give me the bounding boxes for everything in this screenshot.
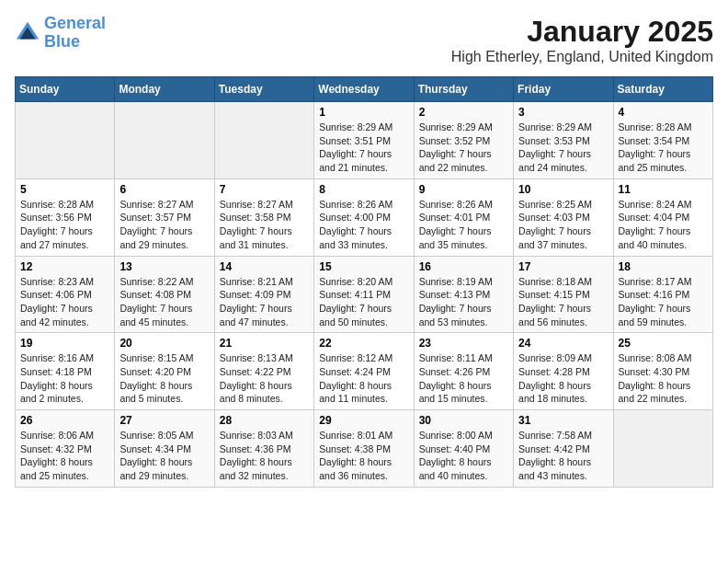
day-info: Sunrise: 8:27 AMSunset: 3:57 PMDaylight:… <box>119 198 209 252</box>
day-number: 10 <box>518 183 608 196</box>
day-number: 4 <box>619 106 708 119</box>
calendar-cell <box>613 410 712 488</box>
day-number: 7 <box>220 183 309 196</box>
calendar-cell: 29Sunrise: 8:01 AMSunset: 4:38 PMDayligh… <box>314 410 414 488</box>
day-info: Sunrise: 8:21 AMSunset: 4:09 PMDaylight:… <box>220 275 309 329</box>
calendar-cell: 18Sunrise: 8:17 AMSunset: 4:16 PMDayligh… <box>613 256 712 333</box>
calendar-week-5: 26Sunrise: 8:06 AMSunset: 4:32 PMDayligh… <box>16 410 713 488</box>
day-info: Sunrise: 8:26 AMSunset: 4:00 PMDaylight:… <box>319 198 408 252</box>
day-info: Sunrise: 8:11 AMSunset: 4:26 PMDaylight:… <box>419 351 508 406</box>
day-info: Sunrise: 8:17 AMSunset: 4:16 PMDaylight:… <box>619 275 708 329</box>
day-number: 27 <box>119 414 209 427</box>
calendar-header-row: SundayMondayTuesdayWednesdayThursdayFrid… <box>16 77 713 102</box>
day-info: Sunrise: 8:08 AMSunset: 4:30 PMDaylight:… <box>619 351 708 406</box>
day-info: Sunrise: 8:27 AMSunset: 3:58 PMDaylight:… <box>220 198 309 252</box>
calendar-cell: 5Sunrise: 8:28 AMSunset: 3:56 PMDaylight… <box>16 178 115 256</box>
day-info: Sunrise: 8:19 AMSunset: 4:13 PMDaylight:… <box>419 275 508 329</box>
day-info: Sunrise: 8:00 AMSunset: 4:40 PMDaylight:… <box>419 429 508 483</box>
calendar-header-friday: Friday <box>514 77 613 102</box>
day-info: Sunrise: 8:24 AMSunset: 4:04 PMDaylight:… <box>619 198 708 252</box>
day-info: Sunrise: 8:01 AMSunset: 4:38 PMDaylight:… <box>319 429 408 483</box>
calendar-cell: 23Sunrise: 8:11 AMSunset: 4:26 PMDayligh… <box>414 333 513 410</box>
day-number: 9 <box>419 183 508 196</box>
calendar-cell: 13Sunrise: 8:22 AMSunset: 4:08 PMDayligh… <box>115 256 214 333</box>
logo-text: General Blue <box>44 15 106 52</box>
calendar-cell: 9Sunrise: 8:26 AMSunset: 4:01 PMDaylight… <box>414 178 513 256</box>
day-info: Sunrise: 8:29 AMSunset: 3:51 PMDaylight:… <box>319 121 408 175</box>
calendar-header-saturday: Saturday <box>613 77 712 102</box>
calendar-cell: 27Sunrise: 8:05 AMSunset: 4:34 PMDayligh… <box>115 410 214 488</box>
day-info: Sunrise: 8:18 AMSunset: 4:15 PMDaylight:… <box>518 275 608 329</box>
day-number: 21 <box>220 337 309 350</box>
calendar-table: SundayMondayTuesdayWednesdayThursdayFrid… <box>15 76 713 488</box>
day-number: 22 <box>319 337 408 350</box>
day-info: Sunrise: 8:29 AMSunset: 3:53 PMDaylight:… <box>518 121 608 175</box>
day-info: Sunrise: 8:23 AMSunset: 4:06 PMDaylight:… <box>20 275 109 329</box>
calendar-cell: 7Sunrise: 8:27 AMSunset: 3:58 PMDaylight… <box>214 178 313 256</box>
day-number: 16 <box>419 260 508 273</box>
day-number: 15 <box>319 260 408 273</box>
day-number: 8 <box>319 183 408 196</box>
day-number: 30 <box>419 414 508 427</box>
day-info: Sunrise: 8:20 AMSunset: 4:11 PMDaylight:… <box>319 275 408 329</box>
day-info: Sunrise: 8:28 AMSunset: 3:56 PMDaylight:… <box>20 198 109 252</box>
calendar-header-monday: Monday <box>115 77 214 102</box>
day-info: Sunrise: 8:26 AMSunset: 4:01 PMDaylight:… <box>419 198 508 252</box>
day-number: 23 <box>419 337 508 350</box>
logo-icon <box>15 20 40 46</box>
day-number: 24 <box>518 337 608 350</box>
day-info: Sunrise: 8:13 AMSunset: 4:22 PMDaylight:… <box>220 351 309 406</box>
day-number: 25 <box>619 337 708 350</box>
calendar-cell: 30Sunrise: 8:00 AMSunset: 4:40 PMDayligh… <box>414 410 513 488</box>
day-number: 19 <box>20 337 109 350</box>
page-title: January 2025 <box>451 15 713 49</box>
calendar-cell: 10Sunrise: 8:25 AMSunset: 4:03 PMDayligh… <box>514 178 613 256</box>
calendar-cell <box>115 102 214 179</box>
calendar-cell: 17Sunrise: 8:18 AMSunset: 4:15 PMDayligh… <box>514 256 613 333</box>
calendar-cell: 25Sunrise: 8:08 AMSunset: 4:30 PMDayligh… <box>613 333 712 410</box>
day-info: Sunrise: 8:09 AMSunset: 4:28 PMDaylight:… <box>518 351 608 406</box>
day-info: Sunrise: 8:16 AMSunset: 4:18 PMDaylight:… <box>20 351 109 406</box>
calendar-cell: 22Sunrise: 8:12 AMSunset: 4:24 PMDayligh… <box>314 333 414 410</box>
day-info: Sunrise: 8:25 AMSunset: 4:03 PMDaylight:… <box>518 198 608 252</box>
calendar-cell: 21Sunrise: 8:13 AMSunset: 4:22 PMDayligh… <box>214 333 313 410</box>
day-number: 31 <box>518 414 608 427</box>
calendar-cell: 26Sunrise: 8:06 AMSunset: 4:32 PMDayligh… <box>16 410 115 488</box>
calendar-cell: 15Sunrise: 8:20 AMSunset: 4:11 PMDayligh… <box>314 256 414 333</box>
calendar-cell: 2Sunrise: 8:29 AMSunset: 3:52 PMDaylight… <box>414 102 513 179</box>
calendar-week-3: 12Sunrise: 8:23 AMSunset: 4:06 PMDayligh… <box>16 256 713 333</box>
day-number: 1 <box>319 106 408 119</box>
calendar-cell: 28Sunrise: 8:03 AMSunset: 4:36 PMDayligh… <box>214 410 313 488</box>
calendar-cell: 4Sunrise: 8:28 AMSunset: 3:54 PMDaylight… <box>613 102 712 179</box>
calendar-header-wednesday: Wednesday <box>314 77 414 102</box>
day-info: Sunrise: 8:03 AMSunset: 4:36 PMDaylight:… <box>220 429 309 483</box>
day-number: 11 <box>619 183 708 196</box>
day-number: 12 <box>20 260 109 273</box>
calendar-cell: 14Sunrise: 8:21 AMSunset: 4:09 PMDayligh… <box>214 256 313 333</box>
day-info: Sunrise: 8:06 AMSunset: 4:32 PMDaylight:… <box>20 429 109 483</box>
logo: General Blue <box>15 15 106 52</box>
day-info: Sunrise: 8:05 AMSunset: 4:34 PMDaylight:… <box>119 429 209 483</box>
calendar-cell: 6Sunrise: 8:27 AMSunset: 3:57 PMDaylight… <box>115 178 214 256</box>
calendar-header-tuesday: Tuesday <box>214 77 313 102</box>
day-number: 13 <box>119 260 209 273</box>
calendar-cell: 8Sunrise: 8:26 AMSunset: 4:00 PMDaylight… <box>314 178 414 256</box>
page-header: General Blue January 2025 High Etherley,… <box>15 15 713 65</box>
calendar-header-sunday: Sunday <box>16 77 115 102</box>
title-block: January 2025 High Etherley, England, Uni… <box>451 15 713 65</box>
calendar-cell: 3Sunrise: 8:29 AMSunset: 3:53 PMDaylight… <box>514 102 613 179</box>
calendar-cell: 1Sunrise: 8:29 AMSunset: 3:51 PMDaylight… <box>314 102 414 179</box>
day-info: Sunrise: 8:28 AMSunset: 3:54 PMDaylight:… <box>619 121 708 175</box>
day-number: 3 <box>518 106 608 119</box>
calendar-cell <box>214 102 313 179</box>
day-number: 2 <box>419 106 508 119</box>
day-number: 14 <box>220 260 309 273</box>
day-number: 17 <box>518 260 608 273</box>
calendar-cell <box>16 102 115 179</box>
calendar-week-1: 1Sunrise: 8:29 AMSunset: 3:51 PMDaylight… <box>16 102 713 179</box>
day-info: Sunrise: 8:22 AMSunset: 4:08 PMDaylight:… <box>119 275 209 329</box>
day-info: Sunrise: 8:12 AMSunset: 4:24 PMDaylight:… <box>319 351 408 406</box>
day-info: Sunrise: 8:15 AMSunset: 4:20 PMDaylight:… <box>119 351 209 406</box>
calendar-week-4: 19Sunrise: 8:16 AMSunset: 4:18 PMDayligh… <box>16 333 713 410</box>
day-number: 6 <box>119 183 209 196</box>
